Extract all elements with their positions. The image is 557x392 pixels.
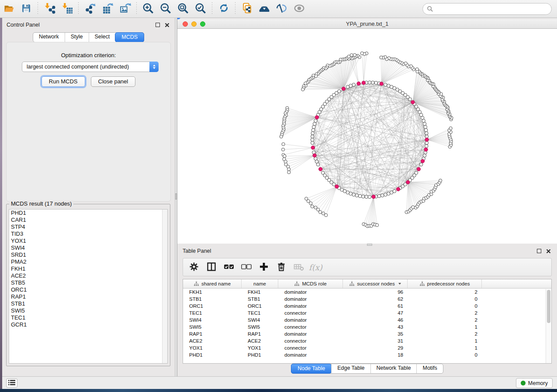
column-header-predecessor-nodes[interactable]: predecessor nodes [408,279,482,288]
mcds-result-item[interactable]: TID3 [9,230,167,237]
tab-motifs[interactable]: Motifs [416,364,443,373]
import-network-button[interactable] [41,1,58,16]
cell-predecessor-nodes: 1 [408,323,482,330]
close-mcds-panel-button[interactable]: Close panel [91,76,136,87]
table-row[interactable]: STB1STB1dominator620 [183,296,551,303]
tab-style[interactable]: Style [65,33,89,42]
mcds-result-item[interactable]: SWI5 [9,307,167,314]
column-header-shared-name[interactable]: shared name [183,279,242,288]
table-bottom-tabs: Node TableEdge TableNetwork TableMotifs [177,364,557,374]
table-row[interactable]: RAP1RAP1dominator352 [183,330,551,337]
mcds-result-item[interactable]: STP4 [9,224,167,230]
export-table-button[interactable] [99,1,116,16]
zoom-selected-icon [194,2,207,16]
export-network-button[interactable] [81,1,99,16]
cell-mcds-role: connector [278,337,343,344]
control-panel-tabs: NetworkStyleSelectMCDS [2,32,175,42]
float-table-panel-button[interactable] [536,248,542,254]
mcds-result-item[interactable]: PMA2 [9,258,167,265]
mcds-result-item[interactable]: STB1 [9,300,167,307]
network-view[interactable] [177,29,557,244]
float-panel-button[interactable] [154,22,161,28]
deselect-all-button[interactable] [239,260,254,274]
control-panel-header: Control Panel [2,20,175,30]
close-panel-button[interactable] [164,22,170,28]
add-column-button[interactable] [256,260,271,274]
mcds-result-item[interactable]: ACE2 [9,272,167,279]
delete-table-icon [293,261,304,273]
mcds-result-list[interactable]: PHD1CAR1STP4TID3YOX1SWI4SRD1PMA2FKH1ACE2… [9,209,168,364]
table-row[interactable]: TEC1TEC1connector472 [183,309,551,316]
table-row[interactable]: ORC1ORC1dominator610 [183,303,551,309]
export-image-button[interactable] [116,1,134,16]
toolbar-separator [136,2,137,15]
task-history-button[interactable] [6,378,17,388]
table-row[interactable]: SWI5SWI5connector431 [183,323,551,330]
import-table-button[interactable] [58,1,76,16]
column-header-name[interactable]: name [242,279,278,288]
table-panel-title: Table Panel [183,248,533,254]
mcds-result-item[interactable]: RAP1 [9,293,167,300]
save-button[interactable] [17,1,35,16]
mcds-result-item[interactable]: CAR1 [9,217,167,224]
select-all-button[interactable] [221,260,236,274]
open-file-button[interactable] [0,1,17,16]
optimization-criterion-select[interactable]: largest connected component (undirected) [22,62,159,72]
network-window-titlebar[interactable]: YPA_prune.txt_1 [177,19,557,29]
function-builder-button[interactable]: f(x) [309,260,322,274]
delete-table-button[interactable] [291,260,306,274]
tab-select[interactable]: Select [89,33,116,42]
gear-icon [189,261,199,273]
search-input[interactable] [433,5,551,14]
mcds-result-item[interactable]: YOX1 [9,237,167,244]
zoom-fit-button[interactable] [174,1,192,16]
column-label: predecessor nodes [427,281,470,286]
show-hide-button[interactable] [291,1,308,16]
delete-column-button[interactable] [274,260,289,274]
table-row[interactable]: SWI4SWI4dominator462 [183,316,551,323]
cell-mcds-role: connector [278,309,343,316]
clone-network-button[interactable] [238,1,256,16]
zoom-out-button[interactable] [157,1,174,16]
column-header-MCDS-role[interactable]: MCDS role [278,279,343,288]
tab-node-table[interactable]: Node Table [291,364,332,374]
close-table-panel-button[interactable] [545,248,552,254]
mcds-list-scrollbar[interactable] [162,210,167,363]
mcds-result-item[interactable]: SRD1 [9,251,167,258]
mcds-result-item[interactable]: STB5 [9,279,167,286]
cell-successor-nodes: 96 [343,289,408,296]
tab-edge-table[interactable]: Edge Table [331,364,370,373]
mcds-result-item[interactable]: SWI4 [9,244,167,251]
cell-empty [482,351,551,358]
cell-empty [482,323,551,330]
tab-network[interactable]: Network [33,33,65,42]
table-row[interactable]: YOX1YOX1connector291 [183,344,551,351]
unchecked-boxes-icon [241,261,252,273]
cell-shared-name: ACE2 [183,337,242,344]
table-settings-button[interactable] [187,260,201,274]
table-row[interactable]: ACE2ACE2connector311 [183,337,551,344]
zoom-in-button[interactable] [139,1,157,16]
table-scrollbar-thumb[interactable] [547,290,550,323]
style-preview-button[interactable] [273,1,291,16]
attribute-tree-icon [349,282,355,286]
search-network-button[interactable] [256,1,273,16]
mcds-result-item[interactable]: GCR1 [9,321,167,328]
memory-button[interactable]: Memory [516,378,553,388]
mcds-result-item[interactable]: PHD1 [9,210,167,217]
table-row[interactable]: FKH1FKH1dominator962 [183,289,551,296]
mcds-tab-content: Optimization criterion: largest connecte… [6,42,171,202]
toolbar-separator [235,2,235,15]
tab-network-table[interactable]: Network Table [370,364,417,373]
table-row[interactable]: PHD1PHD1dominator180 [183,351,551,358]
column-header-successor-nodes[interactable]: successor nodes [343,279,408,288]
mcds-result-item[interactable]: TEC1 [9,314,167,321]
zoom-selected-button[interactable] [192,1,209,16]
mcds-result-item[interactable]: FKH1 [9,265,167,272]
mcds-result-item[interactable]: ORC1 [9,286,167,293]
refresh-button[interactable] [215,1,232,16]
run-mcds-button[interactable]: Run MCDS [42,76,85,87]
toggle-columns-button[interactable] [204,260,219,274]
tab-mcds[interactable]: MCDS [115,32,144,42]
table-scrollbar[interactable] [546,289,551,363]
